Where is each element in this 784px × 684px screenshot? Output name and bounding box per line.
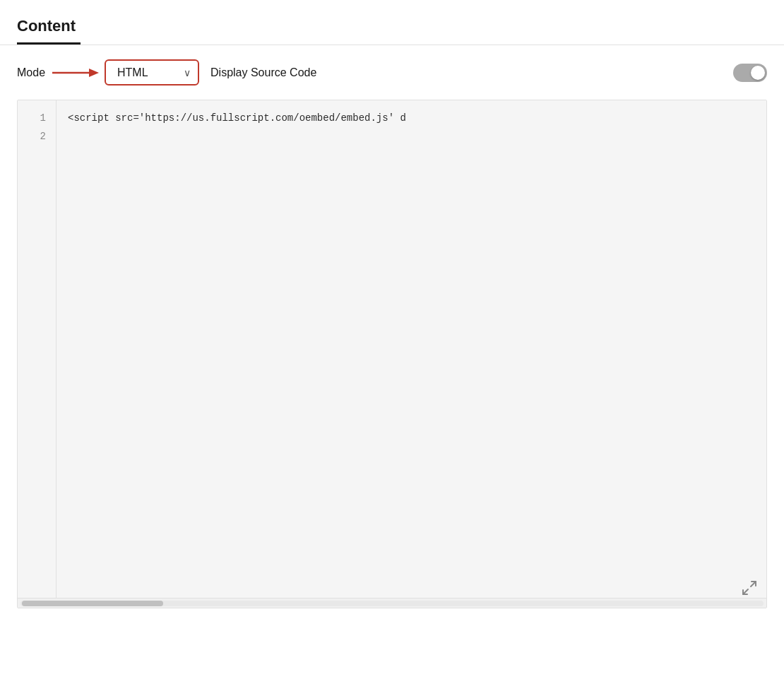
arrow-icon — [52, 64, 102, 81]
arrow-indicator — [52, 64, 102, 81]
toggle-knob — [751, 66, 765, 80]
code-line-1: <script src='https://us.fullscript.com/o… — [68, 109, 755, 127]
scrollbar-thumb[interactable] — [22, 601, 163, 606]
code-content[interactable]: <script src='https://us.fullscript.com/o… — [57, 100, 766, 598]
page-title: Content — [0, 17, 784, 42]
toolbar-left: Mode HTML Markdown Text ∨ Display Source… — [17, 59, 719, 86]
line-numbers: 1 2 — [18, 100, 57, 598]
code-editor-inner[interactable]: 1 2 <script src='https://us.fullscript.c… — [18, 100, 766, 598]
mode-select[interactable]: HTML Markdown Text — [105, 59, 199, 86]
display-source-toggle[interactable] — [733, 64, 767, 82]
scrollbar-container[interactable] — [18, 598, 766, 608]
code-line-2 — [68, 127, 755, 146]
scrollbar-track — [20, 601, 764, 606]
display-source-label: Display Source Code — [210, 66, 316, 79]
page-container: Content Mode HTML Markdown Text ∨ Displa… — [0, 0, 784, 684]
toggle-container — [733, 64, 767, 82]
svg-line-2 — [751, 582, 756, 586]
mode-select-wrapper[interactable]: HTML Markdown Text ∨ — [105, 59, 199, 86]
toolbar: Mode HTML Markdown Text ∨ Display Source… — [0, 45, 784, 100]
expand-icon[interactable] — [741, 579, 758, 596]
expand-icon-container[interactable] — [741, 579, 758, 599]
code-editor-container: 1 2 <script src='https://us.fullscript.c… — [17, 100, 767, 608]
mode-label: Mode — [17, 66, 45, 79]
svg-marker-1 — [89, 69, 99, 77]
line-number-2: 2 — [40, 127, 46, 146]
svg-line-3 — [743, 589, 748, 594]
line-number-1: 1 — [40, 109, 46, 127]
